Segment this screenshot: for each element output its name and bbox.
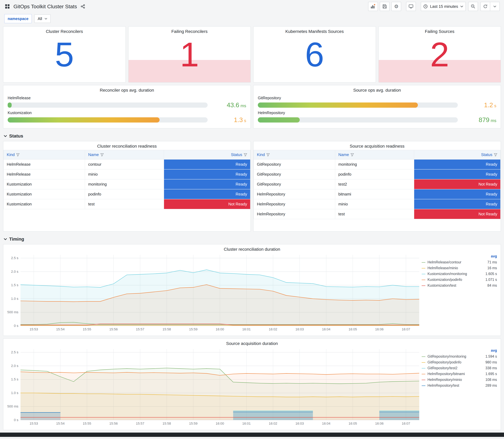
- svg-text:16:07: 16:07: [402, 327, 410, 331]
- svg-text:15:58: 15:58: [162, 422, 171, 425]
- legend-item[interactable]: —GitRepository/monitoring1.594 s: [422, 354, 497, 359]
- legend-item[interactable]: —Kustomization/test84 ms: [422, 282, 497, 288]
- tables-row: Cluster reconciliation readiness Kind Na…: [3, 141, 501, 232]
- section-row-timing[interactable]: Timing: [3, 234, 501, 244]
- cell-name: test2: [335, 179, 414, 189]
- dashboard-settings-button[interactable]: ⚙: [391, 2, 401, 11]
- cell-name: test: [85, 199, 164, 209]
- section-row-status[interactable]: Status: [3, 131, 501, 141]
- svg-text:16:04: 16:04: [322, 327, 330, 331]
- panel-title[interactable]: Source ops avg. duration: [258, 85, 496, 94]
- time-range-picker[interactable]: Last 15 minutes: [421, 2, 466, 11]
- panel-title[interactable]: Source acquisition duration: [5, 339, 499, 347]
- panel-source-acquisition-duration: Source acquisition duration 15:5315:5415…: [3, 338, 501, 430]
- legend-item[interactable]: —GitRepository/test2338 ms: [422, 365, 497, 371]
- page-title: GitOps Toolkit Cluster Stats: [13, 3, 77, 10]
- legend-series-avg: 980 ms: [485, 360, 497, 364]
- column-header-status[interactable]: Status: [164, 150, 250, 159]
- table-header-row: Kind Name Status: [254, 150, 501, 159]
- cell-kind: HelmRelease: [3, 169, 85, 179]
- chevron-down-icon: [460, 5, 463, 7]
- column-header-name[interactable]: Name: [335, 150, 414, 159]
- column-header-kind[interactable]: Kind: [254, 150, 335, 159]
- svg-text:15:57: 15:57: [136, 422, 144, 425]
- filter-icon: [244, 153, 247, 156]
- table-row: HelmReleasecontourReady: [3, 159, 250, 169]
- section-label: Status: [9, 133, 23, 139]
- legend-series-name: GitRepository/podinfo: [428, 360, 485, 364]
- bar-gauge-row: GitRepository 1.2s: [258, 96, 496, 109]
- bar-gauge-label: GitRepository: [258, 96, 496, 100]
- legend-series-avg: 84 ms: [487, 283, 497, 288]
- svg-text:15:57: 15:57: [136, 327, 144, 331]
- table-row: HelmRepositoryminioReady: [254, 199, 501, 209]
- svg-text:15:54: 15:54: [56, 422, 65, 425]
- column-header-status[interactable]: Status: [414, 150, 501, 159]
- legend-item[interactable]: —GitRepository/podinfo980 ms: [422, 359, 497, 365]
- panel-title[interactable]: Reconciler ops avg. duration: [8, 85, 246, 94]
- time-series-plot[interactable]: 15:5315:5415:5515:5615:5715:5815:5916:00…: [5, 253, 422, 332]
- stat-value: 6: [254, 27, 376, 82]
- legend-series-avg: 338 ms: [485, 366, 497, 370]
- svg-text:15:56: 15:56: [109, 327, 118, 331]
- table-row: KustomizationtestNot Ready: [3, 199, 250, 209]
- svg-text:1.0 s: 1.0 s: [11, 297, 18, 301]
- svg-text:1.0 s: 1.0 s: [11, 391, 18, 395]
- panel-cluster-reconciliation-duration: Cluster reconciliation duration 15:5315:…: [3, 244, 501, 336]
- add-panel-button[interactable]: [368, 2, 378, 11]
- bar-gauge-fill: [8, 117, 160, 122]
- panel-title[interactable]: Cluster reconciliation duration: [5, 244, 499, 253]
- filter-icon: [266, 153, 270, 156]
- bar-gauge-row: HelmRelease 43.6ms: [8, 96, 246, 109]
- legend-item[interactable]: —HelmRepository/minio108 ms: [422, 377, 497, 383]
- svg-text:15:55: 15:55: [83, 422, 91, 425]
- tv-mode-button[interactable]: [406, 2, 416, 11]
- svg-text:0 s: 0 s: [14, 418, 18, 422]
- legend-item[interactable]: —Kustomization/podinfo1.071 s: [422, 277, 497, 282]
- refresh-interval-dropdown[interactable]: [490, 2, 500, 11]
- legend-avg-header: avg: [422, 347, 497, 354]
- section-label: Timing: [9, 236, 24, 242]
- column-header-name[interactable]: Name: [85, 150, 164, 159]
- svg-text:1.5 s: 1.5 s: [11, 283, 18, 287]
- status-badge: Ready: [164, 189, 250, 199]
- status-badge: Not Ready: [414, 209, 501, 219]
- legend-series-swatch: —: [422, 272, 425, 276]
- variable-namespace-value[interactable]: All: [34, 14, 51, 23]
- legend-item[interactable]: —HelmRelease/minio16 ms: [422, 265, 497, 271]
- bar-gauge-row: HelmRepository 879ms: [258, 110, 496, 124]
- time-series-plot[interactable]: 15:5315:5415:5515:5615:5715:5815:5916:00…: [5, 347, 422, 426]
- panel-title[interactable]: Cluster reconciliation readiness: [3, 141, 250, 150]
- legend-item[interactable]: —HelmRepository/bitnami1.695 s: [422, 371, 497, 377]
- refresh-button[interactable]: [480, 2, 490, 11]
- cell-name: minio: [335, 199, 414, 209]
- svg-text:15:56: 15:56: [109, 422, 118, 425]
- panel-title[interactable]: Source acquisition readiness: [254, 141, 501, 150]
- cell-kind: Kustomization: [3, 189, 85, 199]
- legend-series-name: HelmRelease/minio: [428, 266, 487, 270]
- stat-panel-kubernetes-manifests-sources: Kubernetes Manifests Sources 6: [253, 26, 376, 83]
- legend-series-swatch: —: [422, 383, 425, 388]
- column-header-kind[interactable]: Kind: [3, 150, 85, 159]
- panel-source-acquisition-readiness: Source acquisition readiness Kind Name S…: [253, 141, 501, 232]
- status-badge: Ready: [164, 159, 250, 169]
- legend-series-swatch: —: [422, 354, 425, 359]
- legend-item[interactable]: —HelmRelease/contour71 ms: [422, 259, 497, 265]
- variable-namespace-selected: All: [38, 16, 42, 21]
- cell-name: contour: [85, 159, 164, 169]
- save-dashboard-button[interactable]: [380, 2, 390, 11]
- variable-namespace-label[interactable]: namespace: [4, 14, 32, 23]
- dashboard-grid-icon[interactable]: [4, 3, 10, 10]
- svg-text:16:02: 16:02: [269, 422, 277, 425]
- variable-row: namespace All: [3, 13, 501, 26]
- share-icon[interactable]: [80, 3, 86, 9]
- zoom-out-time-button[interactable]: [468, 2, 478, 11]
- svg-text:0 s: 0 s: [14, 324, 18, 328]
- legend-item[interactable]: —HelmRepository/test289 ms: [422, 383, 497, 388]
- status-badge: Ready: [414, 159, 501, 169]
- legend-item[interactable]: —Kustomization/monitoring1.605 s: [422, 271, 497, 277]
- svg-text:16:00: 16:00: [216, 327, 224, 331]
- chart-legend: avg—GitRepository/monitoring1.594 s—GitR…: [422, 347, 499, 426]
- svg-text:2.5 s: 2.5 s: [11, 350, 18, 354]
- chevron-down-icon: [4, 238, 7, 240]
